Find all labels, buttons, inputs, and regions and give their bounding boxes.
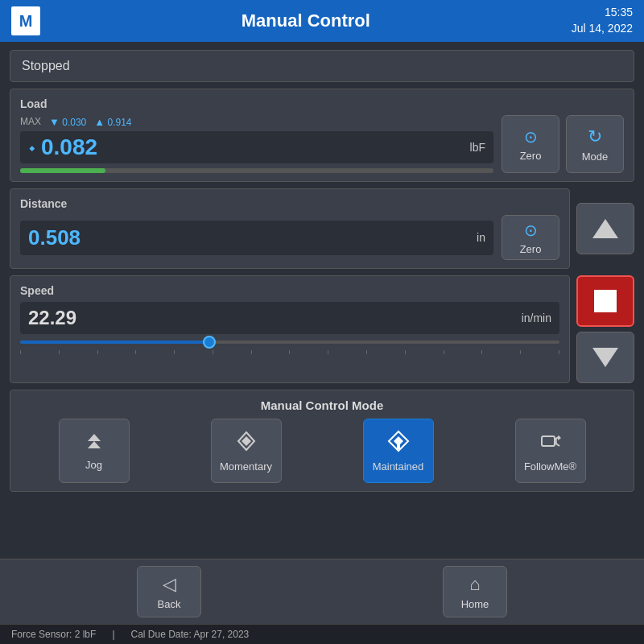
status-text: Stopped bbox=[22, 59, 70, 72]
speed-value: 22.29 bbox=[28, 307, 76, 329]
move-down-button[interactable] bbox=[576, 332, 634, 383]
load-panel: Load MAX ▼ 0.030 ▲ 0.914 ⬥ 0.082 bbox=[10, 89, 634, 182]
jog-icon bbox=[83, 431, 105, 456]
svg-marker-11 bbox=[558, 436, 561, 440]
datetime: 15:35 Jul 14, 2022 bbox=[572, 5, 633, 36]
load-display: MAX ▼ 0.030 ▲ 0.914 ⬥ 0.082 lbF bbox=[20, 116, 493, 173]
svg-marker-0 bbox=[88, 434, 101, 441]
speed-panel: Speed 22.29 in/min bbox=[10, 275, 570, 383]
followme-icon bbox=[539, 430, 562, 457]
mode-label: Mode bbox=[582, 151, 609, 163]
load-section: MAX ▼ 0.030 ▲ 0.914 ⬥ 0.082 lbF bbox=[20, 115, 624, 173]
load-meta: MAX ▼ 0.030 ▲ 0.914 bbox=[20, 116, 493, 128]
distance-value: 0.508 bbox=[28, 225, 80, 250]
bottom-nav: ◁ Back ⌂ Home bbox=[0, 559, 644, 624]
speed-unit: in/min bbox=[522, 312, 551, 324]
distance-value-row: 0.508 in bbox=[20, 221, 493, 255]
speed-value-row: 22.29 in/min bbox=[20, 302, 559, 334]
move-up-button[interactable] bbox=[576, 203, 634, 254]
load-buttons: ⊙ Zero ↻ Mode bbox=[502, 115, 624, 173]
load-value: 0.082 bbox=[41, 134, 97, 160]
mode-btn-momentary[interactable]: Momentary bbox=[211, 419, 282, 483]
mode-section: Manual Control Mode Jog bbox=[10, 390, 634, 492]
momentary-icon bbox=[235, 430, 258, 457]
header: M Manual Control 15:35 Jul 14, 2022 bbox=[0, 0, 644, 42]
sensor-info: Force Sensor: 2 lbF bbox=[11, 629, 96, 640]
mode-btn-jog[interactable]: Jog bbox=[59, 419, 130, 483]
speed-ticks bbox=[20, 350, 559, 354]
back-button[interactable]: ◁ Back bbox=[137, 566, 201, 617]
distance-section: 0.508 in ⊙ Zero bbox=[20, 215, 559, 260]
distance-row: Distance 0.508 in ⊙ Zero bbox=[10, 188, 634, 269]
load-progress-fill bbox=[20, 168, 105, 173]
dist-zero-label: Zero bbox=[520, 243, 542, 255]
cal-info: Cal Due Date: Apr 27, 2023 bbox=[131, 629, 250, 640]
load-zero-button[interactable]: ⊙ Zero bbox=[502, 115, 559, 173]
right-controls-bottom bbox=[576, 275, 634, 383]
main-content: Stopped Load MAX ▼ 0.030 ▲ 0.914 ⬥ bbox=[0, 42, 644, 559]
jog-label: Jog bbox=[85, 459, 102, 471]
dist-zero-icon: ⊙ bbox=[524, 221, 538, 240]
footer-status: Force Sensor: 2 lbF | Cal Due Date: Apr … bbox=[0, 624, 644, 644]
mode-button[interactable]: ↻ Mode bbox=[566, 115, 624, 173]
page-title: Manual Control bbox=[40, 10, 572, 31]
svg-marker-3 bbox=[242, 436, 251, 446]
zero-label: Zero bbox=[520, 150, 542, 162]
zero-icon: ⊙ bbox=[524, 127, 538, 147]
distance-panel: Distance 0.508 in ⊙ Zero bbox=[10, 188, 570, 269]
load-label: Load bbox=[20, 97, 624, 110]
mode-buttons: Jog Momentary bbox=[20, 419, 624, 483]
load-progress-bar bbox=[20, 168, 493, 173]
load-arrow-val: ▲ 0.914 bbox=[94, 116, 131, 128]
speed-label: Speed bbox=[20, 284, 559, 297]
home-icon: ⌂ bbox=[469, 574, 480, 595]
distance-label: Distance bbox=[20, 197, 559, 210]
stop-button[interactable] bbox=[576, 275, 634, 327]
load-value-row: ⬥ 0.082 lbF bbox=[20, 131, 493, 163]
status-bar: Stopped bbox=[10, 50, 634, 82]
separator: | bbox=[112, 629, 114, 640]
speed-slider-track bbox=[20, 341, 559, 344]
load-max-val: ▼ 0.030 bbox=[49, 116, 86, 128]
momentary-label: Momentary bbox=[220, 460, 272, 473]
mode-btn-followme[interactable]: FollowMe® bbox=[515, 419, 586, 483]
maintained-icon bbox=[387, 430, 410, 457]
mode-section-title: Manual Control Mode bbox=[20, 398, 624, 412]
back-label: Back bbox=[158, 598, 181, 610]
svg-marker-1 bbox=[88, 441, 101, 448]
down-arrow-icon bbox=[592, 348, 618, 367]
home-button[interactable]: ⌂ Home bbox=[443, 566, 507, 617]
distance-zero-button[interactable]: ⊙ Zero bbox=[502, 215, 559, 260]
speed-slider-fill bbox=[20, 341, 209, 344]
load-unit: lbF bbox=[470, 141, 485, 154]
stop-icon bbox=[594, 290, 617, 312]
speed-row-wrap: Speed 22.29 in/min bbox=[10, 275, 634, 383]
svg-rect-6 bbox=[397, 444, 400, 449]
speed-slider-thumb[interactable] bbox=[203, 336, 216, 349]
followme-label: FollowMe® bbox=[524, 460, 576, 473]
speed-slider[interactable] bbox=[20, 341, 559, 354]
load-arrow-icon: ⬥ bbox=[28, 140, 36, 155]
back-icon: ◁ bbox=[163, 574, 176, 595]
max-label: MAX bbox=[20, 116, 41, 128]
up-arrow-icon bbox=[592, 219, 618, 238]
right-controls-top bbox=[576, 188, 634, 269]
maintained-label: Maintained bbox=[373, 460, 424, 473]
home-label: Home bbox=[461, 598, 489, 610]
logo: M bbox=[11, 6, 40, 35]
mode-btn-maintained[interactable]: Maintained bbox=[363, 419, 434, 483]
distance-display: 0.508 in bbox=[20, 221, 493, 255]
mode-icon: ↻ bbox=[588, 126, 602, 147]
distance-unit: in bbox=[477, 231, 485, 244]
svg-rect-7 bbox=[542, 436, 555, 446]
